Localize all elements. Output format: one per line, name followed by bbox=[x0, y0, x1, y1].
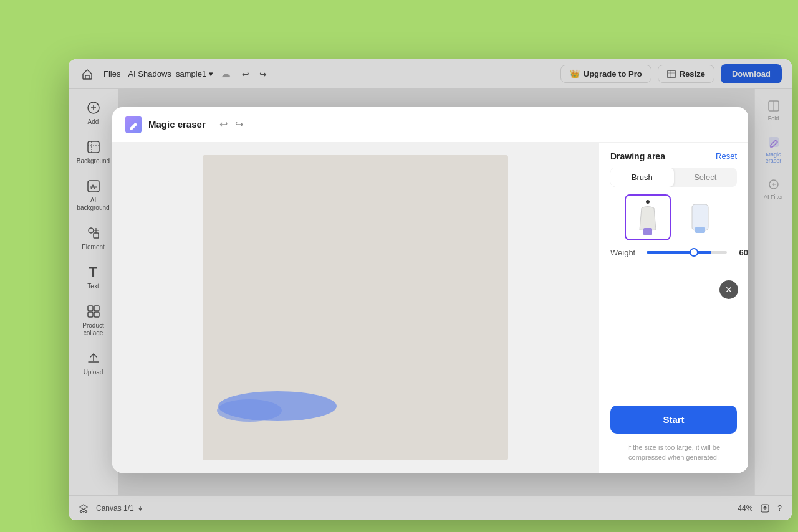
modal-right-panel: Drawing area Reset Brush Select bbox=[598, 143, 748, 473]
reset-button[interactable]: Reset bbox=[716, 151, 737, 161]
brush-select-toggle: Brush Select bbox=[610, 168, 737, 187]
start-button[interactable]: Start bbox=[610, 406, 737, 434]
svg-rect-38 bbox=[695, 227, 705, 233]
magic-eraser-modal: Magic eraser ↩ ↪ ✕ bbox=[112, 107, 748, 473]
modal-redo-button[interactable]: ↪ bbox=[233, 116, 246, 133]
modal-overlay: Magic eraser ↩ ↪ ✕ bbox=[69, 59, 792, 520]
svg-rect-36 bbox=[643, 228, 652, 235]
magic-eraser-header-icon bbox=[125, 116, 142, 133]
panel-header: Drawing area Reset bbox=[599, 143, 748, 168]
modal-body: insMind bbox=[112, 143, 748, 473]
modal-undo-redo: ↩ ↪ bbox=[217, 116, 246, 133]
brush-options bbox=[599, 196, 748, 248]
weight-slider[interactable] bbox=[647, 251, 727, 254]
modal-close-button[interactable]: ✕ bbox=[719, 280, 738, 299]
modal-undo-button[interactable]: ↩ bbox=[217, 116, 230, 133]
modal-header: Magic eraser ↩ ↪ ✕ bbox=[112, 107, 748, 143]
drawing-area-label: Drawing area bbox=[610, 151, 665, 161]
app-window: Files AI Shadows_sample1 ▾ ☁ ↩ ↪ 👑 Upgra… bbox=[69, 59, 792, 520]
svg-point-35 bbox=[646, 200, 650, 204]
svg-point-34 bbox=[217, 399, 282, 422]
weight-value: 60 bbox=[733, 248, 748, 257]
weight-label: Weight bbox=[610, 248, 640, 257]
modal-title: Magic eraser bbox=[148, 119, 206, 130]
hard-brush-preview bbox=[678, 196, 722, 239]
brush-toggle-button[interactable]: Brush bbox=[610, 168, 674, 187]
panel-note: If the size is too large, it will be com… bbox=[599, 442, 748, 473]
product-image: insMind bbox=[203, 155, 508, 460]
brush-stroke bbox=[215, 382, 340, 423]
soft-brush-option[interactable] bbox=[626, 196, 670, 239]
select-toggle-button[interactable]: Select bbox=[674, 168, 738, 187]
weight-row: Weight 60 bbox=[599, 248, 748, 270]
modal-canvas[interactable]: insMind bbox=[112, 143, 598, 473]
svg-rect-37 bbox=[692, 204, 708, 230]
soft-brush-preview bbox=[626, 196, 670, 239]
hard-brush-option[interactable] bbox=[678, 196, 722, 239]
